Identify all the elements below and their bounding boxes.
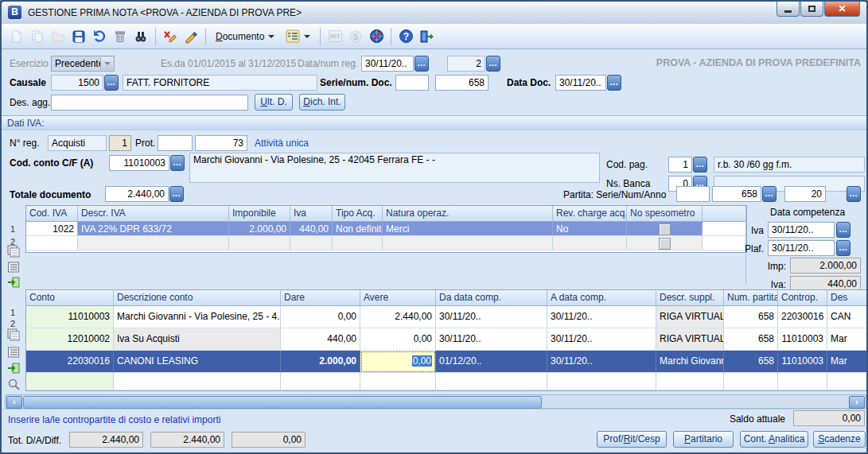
cell-natura-operaz[interactable] [383,236,553,250]
data-reg-field[interactable]: 30/11/20.. [361,56,414,72]
prot-serie-field[interactable] [158,135,193,151]
cell-num-partita[interactable]: 658 [724,306,778,328]
cell-descrizione[interactable] [114,373,281,390]
currency-icon[interactable]: S [345,27,366,46]
edit-pencil-icon[interactable] [181,27,201,46]
plaf-field[interactable]: 30/11/20.. [768,240,835,256]
iva-competenza-lookup-button[interactable]: … [836,222,850,238]
totale-lookup-button[interactable]: … [169,186,184,202]
des-agg-field[interactable] [51,95,248,111]
copy-row-icon[interactable] [7,245,20,258]
cell-a-data[interactable]: 30/11/20.. [547,328,656,351]
cell-num-partita[interactable]: 658 [724,351,778,373]
cod-conto-lookup-button[interactable]: … [170,155,185,171]
scrollbar-thumb[interactable] [23,396,542,409]
cell-descr-suppl[interactable]: RIGA VIRTUAL... [656,306,724,328]
close-button[interactable]: ✕ [824,2,860,17]
cell-iva[interactable]: 440,00 [290,222,333,236]
data-reg-lookup-button[interactable]: … [415,56,429,72]
cell-controp[interactable]: 22030016 [778,306,827,328]
cell-descr-iva[interactable] [78,236,229,250]
insert-row-icon[interactable] [7,276,20,289]
dich-int-button[interactable]: Dich. Int. [299,94,345,111]
help-icon[interactable]: ? [395,27,416,46]
cell-cod-iva[interactable]: 1022 [26,222,78,236]
cell-descr-suppl[interactable]: Marchi Giovanni [656,351,724,373]
partita-anno-lookup-button[interactable]: … [847,186,861,202]
undo-icon[interactable] [89,27,110,46]
table-row[interactable]: 11010003 Marchi Giovanni - Via Polesine,… [26,306,866,328]
delete-icon[interactable] [110,27,130,46]
cell-descrizione[interactable]: Iva Su Acquisti [114,328,281,351]
prof-rit-cesp-button[interactable]: Prof/Rit/Cesp [597,431,667,448]
prot-num-field[interactable]: 73 [195,135,247,151]
cell-rev-charge[interactable]: No [553,222,627,236]
copy-row-icon[interactable] [7,328,20,341]
cont-analitica-button[interactable]: Cont. Analitica [740,431,808,448]
table-row[interactable] [26,373,866,390]
cell-iva[interactable] [290,236,333,250]
data-doc-field[interactable]: 30/11/20.. [555,75,606,91]
horizontal-scrollbar[interactable]: ‹ › [5,394,866,409]
cell-avere[interactable]: 2.440,00 [360,306,436,328]
copy-record-icon[interactable] [27,27,48,46]
esercizio-select[interactable]: Precedente [51,56,115,72]
row-detail-icon[interactable] [7,261,20,274]
cell-tipo-acq[interactable] [333,236,383,250]
cell-natura-operaz[interactable]: Merci [383,222,553,236]
table-row-selected[interactable]: 22030016 CANONI LEASING 2.000,00 0,00 01… [26,351,866,373]
new-record-icon[interactable] [6,27,27,46]
scroll-left-button[interactable]: ‹ [6,396,22,409]
cell-descr-suppl[interactable]: RIGA VIRTUAL... [656,328,724,351]
minimize-button[interactable] [777,2,800,17]
cod-pag-field[interactable]: 1 [668,157,692,173]
zoom-row-icon[interactable] [7,378,20,390]
cell-avere[interactable]: 0,00 [360,328,436,351]
cell-num-partita[interactable]: 658 [724,328,778,351]
cell-controp[interactable]: 11010003 [778,351,827,373]
partita-num-field[interactable]: 658 [712,186,761,202]
intra-icon[interactable]: INT [325,27,345,46]
cell-dare[interactable]: 0,00 [281,306,360,328]
cell-conto[interactable]: 12010002 [26,328,114,351]
causale-lookup-button[interactable]: … [104,75,119,91]
cell-da-data[interactable]: 30/11/20.. [436,306,547,328]
maximize-button[interactable] [800,2,823,17]
cell-a-data[interactable]: 30/11/20.. [547,351,656,373]
cell-cod-iva[interactable] [26,236,78,250]
cell-imponibile[interactable]: 2.000,00 [229,222,290,236]
cell-descrizione[interactable]: CANONI LEASING [114,351,281,373]
rows-options-button[interactable] [280,27,316,45]
causale-code-field[interactable]: 1500 [51,75,103,91]
cancel-edit-icon[interactable] [160,27,181,46]
row-detail-icon[interactable] [7,346,20,359]
title-bar[interactable]: B GESTIONE PRIMA NOTA <PROVA - AZIENDA D… [2,2,866,25]
cell-avere-editing[interactable]: 0,00 [360,351,436,373]
documento-menu-button[interactable]: Documento [210,29,280,45]
partita-serie-field[interactable] [676,186,710,202]
cell-des[interactable]: CAN [827,306,866,328]
no-spesometro-checkbox[interactable] [659,223,671,235]
open-folder-icon[interactable] [48,27,68,46]
partita-anno-field[interactable]: 20 [784,186,826,202]
num-doc-field[interactable]: 658 [435,75,488,91]
scadenze-button[interactable]: Scadenze [813,431,866,448]
cell-des[interactable]: Mar [827,351,866,373]
registro-num-field[interactable]: 1 [109,135,131,151]
cell-rev-charge[interactable] [553,236,627,250]
save-icon[interactable] [68,27,89,46]
cell-da-data[interactable]: 01/12/20.. [436,351,547,373]
cell-imponibile[interactable] [229,236,290,250]
cell-controp[interactable]: 11010003 [778,328,827,351]
cell-tipo-acq[interactable]: Non definito [333,222,383,236]
cell-dare[interactable]: 2.000,00 [281,351,360,373]
cell-conto[interactable] [26,373,114,390]
totale-documento-field[interactable]: 2.440,00 [105,186,169,202]
cell-des[interactable]: Mar [827,328,866,351]
table-row[interactable]: 1022 IVA 22% DPR 633/72 2.000,00 440,00 … [26,222,746,236]
data-doc-lookup-button[interactable]: … [607,75,621,91]
ult-d-button[interactable]: Ult. D. [255,94,293,111]
cell-conto[interactable]: 11010003 [26,306,114,328]
partita-num-lookup-button[interactable]: … [762,186,777,202]
plaf-lookup-button[interactable]: … [836,240,850,256]
